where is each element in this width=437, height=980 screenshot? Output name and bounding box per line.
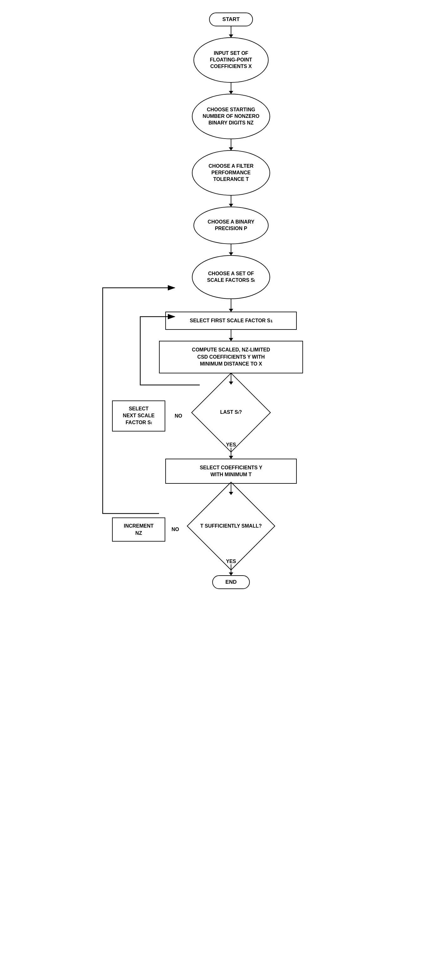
arrow-9 (231, 448, 231, 459)
choose-tolerance-label: CHOOSE A FILTER PERFORMANCE TOLERANCE T (192, 150, 270, 196)
select-first-label: SELECT FIRST SCALE FACTOR S₁ (165, 312, 297, 330)
arrow-5 (231, 244, 231, 255)
start-node: START (209, 13, 253, 26)
no-label-2: NO (171, 527, 179, 532)
t-small-row: INCREMENT NZ T SUFFICIENTLY SMALL? NO YE… (103, 495, 359, 564)
compute-node: COMPUTE SCALED, NZ-LIMITED CSD COEFFICIE… (159, 341, 303, 373)
choose-tolerance-node: CHOOSE A FILTER PERFORMANCE TOLERANCE T (192, 150, 270, 196)
end-node: END (212, 575, 250, 589)
increment-nz-section: INCREMENT NZ (112, 518, 165, 542)
input-set-node: INPUT SET OF FLOATING-POINT COEFFICIENTS… (193, 37, 269, 83)
arrow-6 (231, 299, 231, 312)
input-set-label: INPUT SET OF FLOATING-POINT COEFFICIENTS… (193, 37, 269, 83)
last-si-diamond: LAST Sᵢ? (203, 384, 259, 441)
select-min-t-node: SELECT COEFFICIENTS Y WITH MINIMUM T (165, 459, 297, 484)
start-label: START (209, 13, 253, 26)
select-next-section: SELECT NEXT SCALE FACTOR Sᵢ (112, 400, 165, 431)
end-label: END (212, 575, 250, 589)
choose-nz-node: CHOOSE STARTING NUMBER OF NONZERO BINARY… (192, 94, 270, 139)
select-min-t-label: SELECT COEFFICIENTS Y WITH MINIMUM T (165, 459, 297, 484)
choose-precision-node: CHOOSE A BINARY PRECISION P (193, 207, 269, 244)
no-label-1: NO (175, 413, 182, 419)
choose-scale-node: CHOOSE A SET OF SCALE FACTORS Sᵢ (192, 255, 270, 299)
t-small-diamond: T SUFFICIENTLY SMALL? (200, 495, 262, 557)
choose-precision-label: CHOOSE A BINARY PRECISION P (193, 207, 269, 244)
select-next-label: SELECT NEXT SCALE FACTOR Sᵢ (112, 400, 165, 431)
select-first-node: SELECT FIRST SCALE FACTOR S₁ (165, 312, 297, 330)
arrow-1 (231, 26, 231, 37)
choose-nz-label: CHOOSE STARTING NUMBER OF NONZERO BINARY… (192, 94, 270, 139)
arrow-4 (231, 196, 231, 207)
arrow-2 (231, 83, 231, 94)
arrow-7 (231, 330, 231, 341)
arrow-11 (231, 564, 231, 575)
compute-label: COMPUTE SCALED, NZ-LIMITED CSD COEFFICIE… (159, 341, 303, 373)
increment-nz-label: INCREMENT NZ (112, 518, 165, 542)
last-si-row: SELECT NEXT SCALE FACTOR Sᵢ LAST Sᵢ? NO … (103, 384, 359, 448)
flowchart: START INPUT SET OF FLOATING-POINT COEFFI… (78, 13, 359, 967)
arrow-3 (231, 139, 231, 150)
choose-scale-label: CHOOSE A SET OF SCALE FACTORS Sᵢ (192, 255, 270, 299)
